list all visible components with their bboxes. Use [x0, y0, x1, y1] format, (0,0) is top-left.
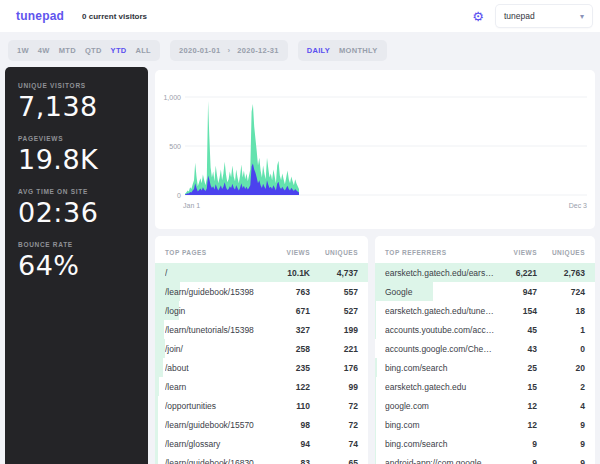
stat-label: PAGEVIEWS — [18, 135, 138, 142]
row-views: 98 — [268, 420, 310, 430]
date-range-presets: 1W4WMTDQTDYTDALL — [8, 40, 160, 61]
table-row[interactable]: Google947724 — [375, 282, 595, 301]
row-proportion-bar — [375, 415, 376, 434]
row-uniques: 2 — [537, 382, 585, 392]
uniques-column-header: UNIQUES — [537, 249, 585, 256]
row-name: accounts.google.com/CheckCo... — [385, 344, 495, 354]
row-uniques: 9 — [537, 439, 585, 449]
table-row[interactable]: earsketch.gatech.edu152 — [375, 377, 595, 396]
table-row[interactable]: /learn12299 — [155, 377, 368, 396]
row-views: 6,221 — [495, 268, 537, 278]
row-proportion-bar — [155, 320, 164, 339]
y-tick-label: 1,000 — [163, 94, 181, 101]
row-name: accounts.youtube.com/account... — [385, 325, 495, 335]
row-uniques: 221 — [310, 344, 358, 354]
traffic-chart[interactable]: 05001,000Jan 1Dec 3 — [155, 70, 595, 229]
row-uniques: 4 — [537, 401, 585, 411]
table-row[interactable]: accounts.google.com/CheckCo...430 — [375, 339, 595, 358]
range-preset-qtd[interactable]: QTD — [85, 46, 102, 55]
row-uniques: 557 — [310, 287, 358, 297]
row-uniques: 72 — [310, 420, 358, 430]
row-views: 25 — [495, 363, 537, 373]
row-views: 83 — [268, 458, 310, 464]
date-range-picker[interactable]: 2020-01-01 › 2020-12-31 — [170, 40, 288, 61]
range-preset-mtd[interactable]: MTD — [59, 46, 76, 55]
table-row[interactable]: /learn/guidebook/155709872 — [155, 415, 368, 434]
date-from[interactable]: 2020-01-01 — [179, 46, 220, 55]
top-bar: tunepad 0 current visitors ⚙ tunepad ▾ — [0, 0, 600, 32]
stat-avg-time-on-site: AVG TIME ON SITE02:36 — [18, 188, 138, 228]
stats-sidebar: UNIQUE VISITORS7,138PAGEVIEWS19.8KAVG TI… — [5, 67, 148, 464]
granularity-toggle: DAILYMONTHLY — [298, 40, 387, 61]
range-preset-ytd[interactable]: YTD — [111, 46, 127, 55]
row-name: / — [165, 268, 268, 278]
row-views: 258 — [268, 344, 310, 354]
table-row[interactable]: android-app://com.google.andr...99 — [375, 453, 595, 464]
table-row[interactable]: bing.com/search99 — [375, 434, 595, 453]
row-views: 947 — [495, 287, 537, 297]
row-uniques: 2,763 — [537, 268, 585, 278]
row-name: bing.com — [385, 420, 495, 430]
top-referrers-title: TOP REFERRERS — [385, 249, 495, 256]
granularity-monthly[interactable]: MONTHLY — [339, 46, 378, 55]
row-name: bing.com/search — [385, 439, 495, 449]
row-views: 9 — [495, 439, 537, 449]
row-name: google.com — [385, 401, 495, 411]
row-views: 12 — [495, 420, 537, 430]
topbar-right: ⚙ tunepad ▾ — [472, 5, 592, 27]
table-row[interactable]: /learn/guidebook/15398763557 — [155, 282, 368, 301]
row-name: /learn/guidebook/15398 — [165, 287, 268, 297]
row-name: Google — [385, 287, 495, 297]
table-row[interactable]: earsketch.gatech.edu/earsketch...6,2212,… — [375, 263, 595, 282]
stat-value: 19.8K — [18, 144, 138, 175]
row-views: 45 — [495, 325, 537, 335]
table-row[interactable]: /learn/glossary9474 — [155, 434, 368, 453]
row-proportion-bar — [155, 453, 158, 464]
range-preset-4w[interactable]: 4W — [38, 46, 50, 55]
range-preset-1w[interactable]: 1W — [17, 46, 29, 55]
table-row[interactable]: /login671527 — [155, 301, 368, 320]
row-uniques: 9 — [537, 458, 585, 464]
row-proportion-bar — [155, 377, 159, 396]
table-row[interactable]: /about235176 — [155, 358, 368, 377]
row-proportion-bar — [375, 358, 377, 377]
gear-icon[interactable]: ⚙ — [472, 10, 484, 23]
row-name: earsketch.gatech.edu/earsketch... — [385, 268, 495, 278]
row-proportion-bar — [375, 301, 376, 320]
row-views: 9 — [495, 458, 537, 464]
row-name: android-app://com.google.andr... — [385, 458, 495, 464]
table-row[interactable]: accounts.youtube.com/account...451 — [375, 320, 595, 339]
row-name: /learn/tunetorials/15398 — [165, 325, 268, 335]
granularity-daily[interactable]: DAILY — [307, 46, 330, 55]
stat-label: AVG TIME ON SITE — [18, 188, 138, 195]
table-row[interactable]: /10.1K4,737 — [155, 263, 368, 282]
row-views: 763 — [268, 287, 310, 297]
row-name: /learn/guidebook/16830 — [165, 458, 268, 464]
row-proportion-bar — [155, 415, 158, 434]
row-name: /learn/guidebook/15570 — [165, 420, 268, 430]
site-selector-dropdown[interactable]: tunepad ▾ — [496, 5, 592, 27]
row-proportion-bar — [375, 434, 376, 453]
row-uniques: 176 — [310, 363, 358, 373]
row-name: /login — [165, 306, 268, 316]
table-row[interactable]: /join/258221 — [155, 339, 368, 358]
row-uniques: 65 — [310, 458, 358, 464]
table-row[interactable]: /learn/tunetorials/15398327199 — [155, 320, 368, 339]
range-preset-all[interactable]: ALL — [136, 46, 151, 55]
table-row[interactable]: bing.com/search2520 — [375, 358, 595, 377]
app-logo[interactable]: tunepad — [16, 9, 64, 23]
table-row[interactable]: /opportunities11072 — [155, 396, 368, 415]
table-row[interactable]: earsketch.gatech.edu/tunepadL...15418 — [375, 301, 595, 320]
row-uniques: 74 — [310, 439, 358, 449]
row-name: /about — [165, 363, 268, 373]
row-views: 110 — [268, 401, 310, 411]
table-row[interactable]: bing.com129 — [375, 415, 595, 434]
top-pages-title: TOP PAGES — [165, 249, 268, 256]
stat-value: 02:36 — [18, 197, 138, 228]
row-uniques: 72 — [310, 401, 358, 411]
row-views: 671 — [268, 306, 310, 316]
table-row[interactable]: google.com124 — [375, 396, 595, 415]
table-row[interactable]: /learn/guidebook/168308365 — [155, 453, 368, 464]
top-pages-rows: /10.1K4,737/learn/guidebook/15398763557/… — [155, 263, 368, 464]
date-to[interactable]: 2020-12-31 — [237, 46, 278, 55]
